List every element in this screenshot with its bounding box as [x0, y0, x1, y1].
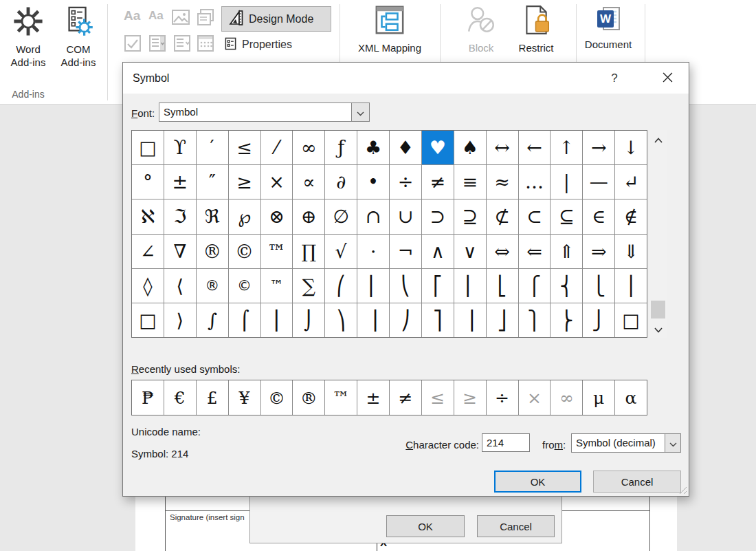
symbol-cell[interactable]: ⊆	[551, 199, 582, 233]
symbol-cell[interactable]: ⇐	[519, 235, 551, 268]
symbol-cell[interactable]: ⊃	[422, 199, 454, 233]
symbol-cell[interactable]: ∧	[422, 235, 454, 268]
symbol-cell[interactable]: □	[132, 303, 164, 337]
symbol-cell[interactable]: ∏	[293, 235, 324, 268]
symbol-cell[interactable]: ↔	[487, 131, 518, 164]
symbol-cell[interactable]: ⁄	[261, 131, 293, 164]
recent-symbol-cell[interactable]: ≥	[454, 380, 486, 415]
from-combobox[interactable]: Symbol (decimal)	[571, 433, 681, 453]
symbol-cell[interactable]: ⇓	[615, 235, 647, 268]
symbol-cell[interactable]: ∨	[454, 235, 486, 268]
recent-symbol-cell[interactable]: ¥	[229, 380, 260, 415]
symbol-cell[interactable]: …	[519, 165, 551, 199]
symbol-cell[interactable]: ⎬	[551, 303, 582, 337]
symbol-cell[interactable]: ⎢	[454, 269, 486, 303]
symbol-cell[interactable]: ⇑	[551, 235, 582, 268]
recent-symbol-cell[interactable]: ∞	[551, 380, 582, 415]
symbol-cell[interactable]: ⎦	[487, 303, 518, 337]
com-addins-button[interactable]: COM Add-ins	[54, 6, 103, 69]
symbol-cell[interactable]: ¬	[390, 235, 421, 268]
picture-control-button[interactable]	[172, 9, 190, 28]
close-button[interactable]	[649, 63, 685, 94]
symbol-cell[interactable]: □	[615, 303, 647, 337]
symbol-cell[interactable]: ℑ	[164, 199, 196, 233]
symbol-cell[interactable]: ⎮	[261, 303, 293, 337]
dropdown-control-button[interactable]	[173, 34, 191, 55]
symbol-cell[interactable]: ™	[261, 235, 293, 268]
symbol-cell[interactable]: °	[132, 165, 164, 199]
symbol-cell[interactable]: →	[583, 131, 614, 164]
symbol-cell[interactable]: ∈	[583, 199, 614, 233]
symbol-cell[interactable]: ÷	[390, 165, 421, 199]
block-authors-button[interactable]: Block	[455, 4, 507, 55]
symbol-cell[interactable]: ℘	[229, 199, 260, 233]
symbol-cell[interactable]: ⎩	[583, 269, 614, 303]
background-cancel-button[interactable]: Cancel	[477, 515, 555, 537]
symbol-cell[interactable]: √	[325, 235, 357, 268]
symbol-cell[interactable]: ←	[519, 131, 551, 164]
checkbox-control-button[interactable]	[124, 34, 142, 55]
symbol-cell[interactable]: ⊇	[454, 199, 486, 233]
recent-symbol-cell[interactable]: ≤	[422, 380, 454, 415]
symbol-cell[interactable]: ∩	[357, 199, 389, 233]
recent-symbol-cell[interactable]: €	[164, 380, 196, 415]
symbol-cell[interactable]: ©	[229, 269, 260, 303]
grid-scrollbar[interactable]	[649, 130, 667, 338]
symbol-cell[interactable]: ⇔	[487, 235, 518, 268]
symbol-cell[interactable]: ′	[197, 131, 228, 164]
symbol-cell[interactable]: ↑	[551, 131, 582, 164]
word-addins-button[interactable]: Word Add-ins	[5, 6, 51, 69]
symbol-cell[interactable]: ⊄	[487, 199, 518, 233]
symbol-cell[interactable]: ©	[229, 235, 260, 268]
symbol-cell[interactable]: ∉	[615, 199, 647, 233]
symbol-cell[interactable]: •	[357, 165, 389, 199]
symbol-cell[interactable]: ⎧	[519, 269, 551, 303]
recent-symbol-cell[interactable]: ®	[293, 380, 324, 415]
symbol-cell[interactable]: ℵ	[132, 199, 164, 233]
recent-symbol-cell[interactable]: α	[615, 380, 647, 415]
symbol-cell[interactable]: ≠	[422, 165, 454, 199]
scrollbar-thumb[interactable]	[651, 301, 665, 318]
symbol-cell[interactable]: ″	[197, 165, 228, 199]
recent-symbol-cell[interactable]: £	[197, 380, 228, 415]
symbol-cell[interactable]: ∂	[325, 165, 357, 199]
datepicker-control-button[interactable]	[197, 34, 214, 55]
symbol-cell[interactable]: ∠	[132, 235, 164, 268]
symbol-cell[interactable]: ◊	[132, 269, 164, 303]
symbol-cell[interactable]: ƒ	[325, 131, 357, 164]
restrict-editing-button[interactable]: Restrict	[510, 4, 562, 55]
symbol-cell[interactable]: ⎤	[422, 303, 454, 337]
symbol-cell[interactable]: ®	[197, 235, 228, 268]
symbol-cell[interactable]: ×	[261, 165, 293, 199]
symbol-cell[interactable]: ∝	[293, 165, 324, 199]
symbol-cell[interactable]: ⎝	[390, 269, 421, 303]
symbol-cell[interactable]: ⎞	[325, 303, 357, 337]
symbol-cell[interactable]: ⟨	[164, 269, 196, 303]
symbol-cell[interactable]: ⎨	[551, 269, 582, 303]
symbol-cell[interactable]: ∑	[293, 269, 324, 303]
symbol-cell[interactable]: ♣	[357, 131, 389, 164]
symbol-cell[interactable]: |	[551, 165, 582, 199]
recent-symbol-cell[interactable]: ©	[261, 380, 293, 415]
recent-symbol-cell[interactable]: ₱	[132, 380, 164, 415]
scroll-down-button[interactable]	[649, 321, 667, 336]
symbol-cell[interactable]: ⌠	[229, 303, 260, 337]
from-dropdown-button[interactable]	[665, 434, 680, 452]
symbol-cell[interactable]: —	[583, 165, 614, 199]
symbol-cell[interactable]: ♦	[390, 131, 421, 164]
symbol-cell[interactable]: ⎣	[487, 269, 518, 303]
symbol-cell[interactable]: ⇒	[583, 235, 614, 268]
symbol-cell[interactable]: ≈	[487, 165, 518, 199]
symbol-cell[interactable]: ⎛	[325, 269, 357, 303]
symbol-cell[interactable]: ℜ	[197, 199, 228, 233]
recent-symbol-cell[interactable]: ÷	[487, 380, 518, 415]
help-button[interactable]: ?	[603, 63, 626, 94]
symbol-cell[interactable]: ⌡	[293, 303, 324, 337]
symbol-cell[interactable]: ⎥	[454, 303, 486, 337]
symbol-cell[interactable]: ↵	[615, 165, 647, 199]
symbol-cell[interactable]: ⎜	[357, 269, 389, 303]
symbol-cell[interactable]: ⎭	[583, 303, 614, 337]
symbol-cell[interactable]: ≤	[229, 131, 260, 164]
plain-text-control-button[interactable]: Aa	[148, 9, 164, 23]
symbol-cell[interactable]: ≥	[229, 165, 260, 199]
